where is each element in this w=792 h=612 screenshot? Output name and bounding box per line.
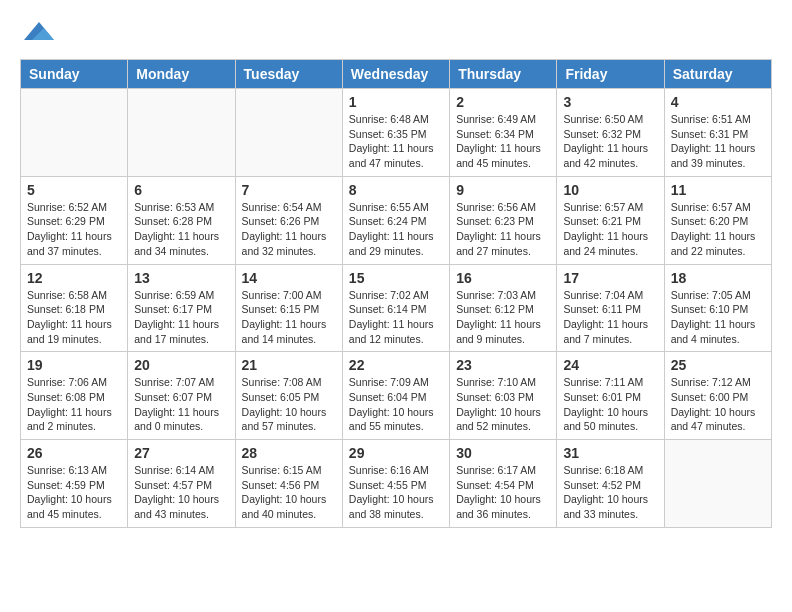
calendar-week-row: 12Sunrise: 6:58 AM Sunset: 6:18 PM Dayli…	[21, 264, 772, 352]
day-number: 28	[242, 445, 336, 461]
calendar-day-cell: 12Sunrise: 6:58 AM Sunset: 6:18 PM Dayli…	[21, 264, 128, 352]
calendar-day-cell: 24Sunrise: 7:11 AM Sunset: 6:01 PM Dayli…	[557, 352, 664, 440]
day-number: 31	[563, 445, 657, 461]
calendar-day-cell: 2Sunrise: 6:49 AM Sunset: 6:34 PM Daylig…	[450, 89, 557, 177]
day-number: 30	[456, 445, 550, 461]
calendar-day-cell: 30Sunrise: 6:17 AM Sunset: 4:54 PM Dayli…	[450, 440, 557, 528]
calendar-header-saturday: Saturday	[664, 60, 771, 89]
day-number: 29	[349, 445, 443, 461]
day-number: 23	[456, 357, 550, 373]
day-info: Sunrise: 6:51 AM Sunset: 6:31 PM Dayligh…	[671, 112, 765, 171]
day-number: 17	[563, 270, 657, 286]
day-number: 12	[27, 270, 121, 286]
calendar-header-friday: Friday	[557, 60, 664, 89]
day-number: 7	[242, 182, 336, 198]
day-info: Sunrise: 6:15 AM Sunset: 4:56 PM Dayligh…	[242, 463, 336, 522]
day-number: 25	[671, 357, 765, 373]
calendar-header-sunday: Sunday	[21, 60, 128, 89]
day-number: 6	[134, 182, 228, 198]
calendar-day-cell: 6Sunrise: 6:53 AM Sunset: 6:28 PM Daylig…	[128, 176, 235, 264]
calendar-day-cell: 22Sunrise: 7:09 AM Sunset: 6:04 PM Dayli…	[342, 352, 449, 440]
calendar-day-cell: 14Sunrise: 7:00 AM Sunset: 6:15 PM Dayli…	[235, 264, 342, 352]
calendar-day-cell: 20Sunrise: 7:07 AM Sunset: 6:07 PM Dayli…	[128, 352, 235, 440]
calendar-day-cell: 21Sunrise: 7:08 AM Sunset: 6:05 PM Dayli…	[235, 352, 342, 440]
day-info: Sunrise: 6:58 AM Sunset: 6:18 PM Dayligh…	[27, 288, 121, 347]
calendar-table: SundayMondayTuesdayWednesdayThursdayFrid…	[20, 59, 772, 528]
calendar-day-cell: 16Sunrise: 7:03 AM Sunset: 6:12 PM Dayli…	[450, 264, 557, 352]
calendar-day-cell: 3Sunrise: 6:50 AM Sunset: 6:32 PM Daylig…	[557, 89, 664, 177]
day-info: Sunrise: 7:05 AM Sunset: 6:10 PM Dayligh…	[671, 288, 765, 347]
calendar-day-cell: 31Sunrise: 6:18 AM Sunset: 4:52 PM Dayli…	[557, 440, 664, 528]
day-info: Sunrise: 6:54 AM Sunset: 6:26 PM Dayligh…	[242, 200, 336, 259]
day-number: 16	[456, 270, 550, 286]
calendar-day-cell: 11Sunrise: 6:57 AM Sunset: 6:20 PM Dayli…	[664, 176, 771, 264]
day-info: Sunrise: 6:50 AM Sunset: 6:32 PM Dayligh…	[563, 112, 657, 171]
day-number: 22	[349, 357, 443, 373]
calendar-day-cell	[664, 440, 771, 528]
day-info: Sunrise: 7:08 AM Sunset: 6:05 PM Dayligh…	[242, 375, 336, 434]
day-info: Sunrise: 7:10 AM Sunset: 6:03 PM Dayligh…	[456, 375, 550, 434]
day-info: Sunrise: 6:49 AM Sunset: 6:34 PM Dayligh…	[456, 112, 550, 171]
calendar-day-cell	[235, 89, 342, 177]
calendar-day-cell: 17Sunrise: 7:04 AM Sunset: 6:11 PM Dayli…	[557, 264, 664, 352]
day-number: 10	[563, 182, 657, 198]
calendar-header-wednesday: Wednesday	[342, 60, 449, 89]
day-number: 21	[242, 357, 336, 373]
calendar-day-cell: 28Sunrise: 6:15 AM Sunset: 4:56 PM Dayli…	[235, 440, 342, 528]
day-number: 3	[563, 94, 657, 110]
day-number: 26	[27, 445, 121, 461]
day-info: Sunrise: 7:09 AM Sunset: 6:04 PM Dayligh…	[349, 375, 443, 434]
day-info: Sunrise: 7:07 AM Sunset: 6:07 PM Dayligh…	[134, 375, 228, 434]
calendar-day-cell: 4Sunrise: 6:51 AM Sunset: 6:31 PM Daylig…	[664, 89, 771, 177]
calendar-day-cell: 29Sunrise: 6:16 AM Sunset: 4:55 PM Dayli…	[342, 440, 449, 528]
day-info: Sunrise: 6:52 AM Sunset: 6:29 PM Dayligh…	[27, 200, 121, 259]
day-info: Sunrise: 6:57 AM Sunset: 6:21 PM Dayligh…	[563, 200, 657, 259]
day-info: Sunrise: 6:59 AM Sunset: 6:17 PM Dayligh…	[134, 288, 228, 347]
day-number: 24	[563, 357, 657, 373]
day-info: Sunrise: 6:13 AM Sunset: 4:59 PM Dayligh…	[27, 463, 121, 522]
calendar-week-row: 5Sunrise: 6:52 AM Sunset: 6:29 PM Daylig…	[21, 176, 772, 264]
day-number: 15	[349, 270, 443, 286]
day-info: Sunrise: 6:16 AM Sunset: 4:55 PM Dayligh…	[349, 463, 443, 522]
calendar-day-cell: 13Sunrise: 6:59 AM Sunset: 6:17 PM Dayli…	[128, 264, 235, 352]
calendar-week-row: 1Sunrise: 6:48 AM Sunset: 6:35 PM Daylig…	[21, 89, 772, 177]
page-header	[20, 20, 772, 44]
calendar-week-row: 26Sunrise: 6:13 AM Sunset: 4:59 PM Dayli…	[21, 440, 772, 528]
calendar-day-cell: 10Sunrise: 6:57 AM Sunset: 6:21 PM Dayli…	[557, 176, 664, 264]
day-info: Sunrise: 7:04 AM Sunset: 6:11 PM Dayligh…	[563, 288, 657, 347]
day-info: Sunrise: 6:48 AM Sunset: 6:35 PM Dayligh…	[349, 112, 443, 171]
calendar-day-cell: 1Sunrise: 6:48 AM Sunset: 6:35 PM Daylig…	[342, 89, 449, 177]
calendar-day-cell: 15Sunrise: 7:02 AM Sunset: 6:14 PM Dayli…	[342, 264, 449, 352]
day-number: 19	[27, 357, 121, 373]
day-info: Sunrise: 7:00 AM Sunset: 6:15 PM Dayligh…	[242, 288, 336, 347]
day-info: Sunrise: 6:17 AM Sunset: 4:54 PM Dayligh…	[456, 463, 550, 522]
day-number: 8	[349, 182, 443, 198]
day-info: Sunrise: 6:18 AM Sunset: 4:52 PM Dayligh…	[563, 463, 657, 522]
calendar-day-cell: 5Sunrise: 6:52 AM Sunset: 6:29 PM Daylig…	[21, 176, 128, 264]
calendar-header-thursday: Thursday	[450, 60, 557, 89]
calendar-day-cell: 19Sunrise: 7:06 AM Sunset: 6:08 PM Dayli…	[21, 352, 128, 440]
day-number: 4	[671, 94, 765, 110]
day-number: 5	[27, 182, 121, 198]
day-info: Sunrise: 6:14 AM Sunset: 4:57 PM Dayligh…	[134, 463, 228, 522]
day-number: 11	[671, 182, 765, 198]
logo-icon	[24, 20, 54, 44]
day-number: 27	[134, 445, 228, 461]
day-number: 2	[456, 94, 550, 110]
day-number: 18	[671, 270, 765, 286]
logo	[20, 20, 54, 44]
calendar-day-cell: 23Sunrise: 7:10 AM Sunset: 6:03 PM Dayli…	[450, 352, 557, 440]
calendar-day-cell: 7Sunrise: 6:54 AM Sunset: 6:26 PM Daylig…	[235, 176, 342, 264]
calendar-day-cell: 26Sunrise: 6:13 AM Sunset: 4:59 PM Dayli…	[21, 440, 128, 528]
calendar-day-cell: 8Sunrise: 6:55 AM Sunset: 6:24 PM Daylig…	[342, 176, 449, 264]
day-number: 9	[456, 182, 550, 198]
day-info: Sunrise: 6:53 AM Sunset: 6:28 PM Dayligh…	[134, 200, 228, 259]
day-info: Sunrise: 7:11 AM Sunset: 6:01 PM Dayligh…	[563, 375, 657, 434]
calendar-day-cell: 18Sunrise: 7:05 AM Sunset: 6:10 PM Dayli…	[664, 264, 771, 352]
calendar-day-cell: 27Sunrise: 6:14 AM Sunset: 4:57 PM Dayli…	[128, 440, 235, 528]
day-info: Sunrise: 7:06 AM Sunset: 6:08 PM Dayligh…	[27, 375, 121, 434]
calendar-header-tuesday: Tuesday	[235, 60, 342, 89]
day-info: Sunrise: 7:12 AM Sunset: 6:00 PM Dayligh…	[671, 375, 765, 434]
calendar-week-row: 19Sunrise: 7:06 AM Sunset: 6:08 PM Dayli…	[21, 352, 772, 440]
day-info: Sunrise: 6:57 AM Sunset: 6:20 PM Dayligh…	[671, 200, 765, 259]
